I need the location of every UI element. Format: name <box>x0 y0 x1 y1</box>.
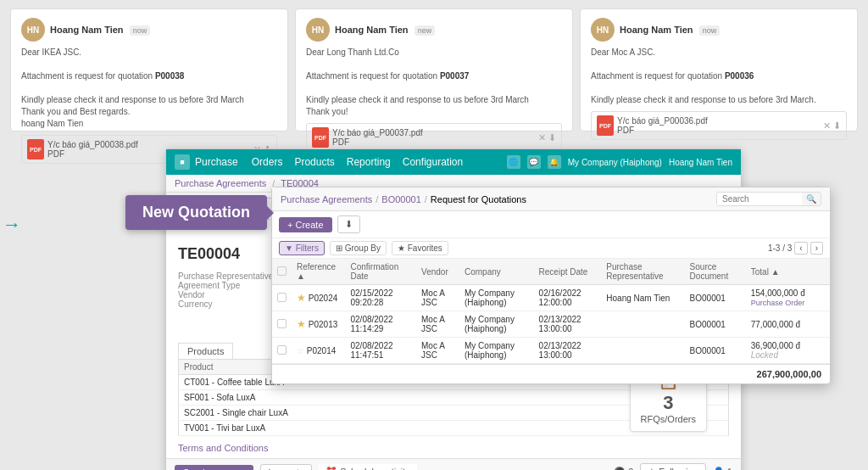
sender-name-2: Hoang Nam Tien <box>335 25 409 35</box>
col-vendor[interactable]: Vendor <box>416 259 459 285</box>
rfq-row1-total: 154,000,000 đ Purchase Order <box>746 285 830 311</box>
rfq-row1-check[interactable] <box>272 285 292 311</box>
field-label-agreement: Agreement Type <box>178 281 280 290</box>
field-label-vendor: Vendor <box>178 290 280 299</box>
rfq-row3-ref: ☆ P02014 <box>292 338 346 364</box>
rfq-row2-ref: ★ P02013 <box>292 311 346 338</box>
email-body-2: Dear Long Thanh Ltd.Co Attachment is req… <box>306 47 562 118</box>
rfq-row1-source: BO00001 <box>685 285 746 311</box>
rfq-row-1[interactable]: ★ P02024 02/15/2022 09:20:28 Moc A JSC M… <box>272 285 830 311</box>
send-message-button[interactable]: Send message <box>175 465 253 471</box>
rfq-row1-vendor: Moc A JSC <box>416 285 459 311</box>
nav-configuration[interactable]: Configuration <box>403 156 463 168</box>
app-icon: ■ <box>175 154 190 170</box>
sender-badge-1: now <box>130 25 151 36</box>
rfq-row3-total: 36,900,000 đ Locked <box>746 338 830 364</box>
app-name: Purchase <box>195 156 238 168</box>
col-rep[interactable]: Purchase Representative <box>601 259 684 285</box>
products-tab[interactable]: Products <box>178 343 233 359</box>
rfq-grand-total-value: 267,900,000,00 <box>757 369 821 379</box>
rfq-row2-total: 77,000,000 đ <box>746 311 830 338</box>
body2-2: Kindly please check it and response to u… <box>306 94 562 118</box>
rfq-table: Reference ▲ Confirmation Date Vendor Com… <box>272 259 830 364</box>
rfq-create-button[interactable]: + Create <box>279 217 332 232</box>
col-reference[interactable]: Reference ▲ <box>292 259 346 285</box>
ref-1: P00038 <box>155 71 184 81</box>
breadcrumb-parent[interactable]: Purchase Agreements <box>175 178 266 188</box>
sender-info-2: Hoang Nam Tien new <box>335 25 562 35</box>
col-company[interactable]: Company <box>459 259 534 285</box>
rfq-pager-text: 1-3 / 3 <box>768 243 792 253</box>
rfq-row2-check[interactable] <box>272 311 292 338</box>
email-header-2: HN Hoang Nam Tien new <box>306 18 562 42</box>
rfq-grand-total: 267,900,000,00 <box>272 364 830 383</box>
col-conf-date[interactable]: Confirmation Date <box>346 259 417 285</box>
pdf-icon-1: PDF <box>27 139 44 159</box>
rfq-pager-next[interactable]: › <box>810 242 823 255</box>
log-note-button[interactable]: Log note <box>260 464 312 471</box>
nav-products[interactable]: Products <box>294 156 334 168</box>
ref-3: P00036 <box>725 71 754 81</box>
rfq-panel-bc-parent[interactable]: Purchase Agreements <box>281 194 372 204</box>
email-header-1: HN Hoang Nam Tien now <box>21 18 277 42</box>
groupby-btn[interactable]: ⊞ Group By <box>330 241 387 255</box>
search-box[interactable]: 🔍 <box>716 192 821 206</box>
schedule-button[interactable]: ⏰ Schedule activity <box>319 464 417 470</box>
favorites-btn[interactable]: ★ Favorites <box>392 241 448 255</box>
greeting-3: Dear Moc A JSC. <box>591 47 847 59</box>
email-body-1: Dear IKEA JSC. Attachment is request for… <box>21 47 277 130</box>
filter-btn[interactable]: ▼ Filters <box>279 241 325 255</box>
col-total[interactable]: Total ▲ <box>746 259 830 285</box>
rfq-pager-prev[interactable]: ‹ <box>794 242 807 255</box>
globe-icon[interactable]: 🌐 <box>507 155 520 169</box>
rfq-panel-header: Purchase Agreements / BO00001 / Request … <box>272 187 830 211</box>
rfq-row2-receipt: 02/13/2022 13:00:00 <box>534 311 602 338</box>
att-name-1: Y/c báo giá_P00038.pdf <box>47 140 138 149</box>
sender-name-3: Hoang Nam Tien <box>620 25 693 35</box>
following-button[interactable]: ★ Following <box>640 463 706 470</box>
body1-1: Attachment is request for quotation P000… <box>21 70 277 82</box>
pdf-icon-3: PDF <box>597 115 614 136</box>
rfq-row1-conf: 02/15/2022 09:20:28 <box>346 285 417 311</box>
members-count: 👤 1 <box>713 467 732 470</box>
topbar-right: 🌐 💬 🔔 My Company (Haiphong) Hoang Nam Ti… <box>507 155 732 169</box>
rfq-row3-company: My Company (Haiphong) <box>459 338 534 364</box>
greeting-1: Dear IKEA JSC. <box>21 47 277 59</box>
body1-2: Attachment is request for quotation P000… <box>306 70 562 82</box>
rfq-row1-company: My Company (Haiphong) <box>459 285 534 311</box>
attachment-2[interactable]: PDF Y/c báo giá_P00037.pdf PDF ✕ ⬇ <box>306 123 562 152</box>
nav-reporting[interactable]: Reporting <box>347 156 391 168</box>
body1-3: Attachment is request for quotation P000… <box>591 70 847 82</box>
att-type-3: PDF <box>617 126 708 135</box>
user-name: Hoang Nam Tien <box>669 158 732 167</box>
app-topbar: ■ Purchase Orders Products Reporting Con… <box>166 149 741 175</box>
att-name-3: Y/c báo giá_P00036.pdf <box>617 116 708 126</box>
rfq-row2-rep <box>601 311 684 338</box>
nav-orders[interactable]: Orders <box>252 156 283 168</box>
email-body-3: Dear Moc A JSC. Attachment is request fo… <box>591 47 847 106</box>
rfq-pager: 1-3 / 3 ‹ › <box>768 242 823 255</box>
bell-icon[interactable]: 🔔 <box>548 155 561 169</box>
col-receipt-date[interactable]: Receipt Date <box>534 259 602 285</box>
att-actions-3: ✕ ⬇ <box>823 120 841 131</box>
rfq-panel-sep1: / <box>376 194 378 204</box>
chat-icon[interactable]: 💬 <box>527 155 541 169</box>
rfq-export-button[interactable]: ⬇ <box>337 215 360 233</box>
terms-link[interactable]: Terms and Conditions <box>178 443 729 453</box>
rfq-row3-check[interactable] <box>272 338 292 364</box>
company-name: My Company (Haiphong) <box>568 158 662 167</box>
rfq-row-3[interactable]: ☆ P02014 02/08/2022 11:47:51 Moc A JSC M… <box>272 338 830 364</box>
rfq-row2-source: BO00001 <box>685 311 746 338</box>
attachment-3[interactable]: PDF Y/c báo giá_P00036.pdf PDF ✕ ⬇ <box>591 111 847 140</box>
bottom-right: ⚫ 0 ★ Following 👤 1 <box>614 463 732 470</box>
select-all-checkbox[interactable] <box>277 266 287 276</box>
rfq-panel-bc-mid[interactable]: BO00001 <box>381 194 420 204</box>
search-input[interactable] <box>717 193 802 205</box>
new-quotation-tooltip: New Quotation <box>125 195 267 230</box>
col-source-doc[interactable]: Source Document <box>685 259 746 285</box>
sender-badge-3: now <box>699 25 721 36</box>
email-card-3: HN Hoang Nam Tien now Dear Moc A JSC. At… <box>580 8 858 131</box>
new-quotation-label: New Quotation <box>142 204 250 221</box>
rfq-row-2[interactable]: ★ P02013 02/08/2022 11:14:29 Moc A JSC M… <box>272 311 830 338</box>
greeting-2: Dear Long Thanh Ltd.Co <box>306 47 562 59</box>
